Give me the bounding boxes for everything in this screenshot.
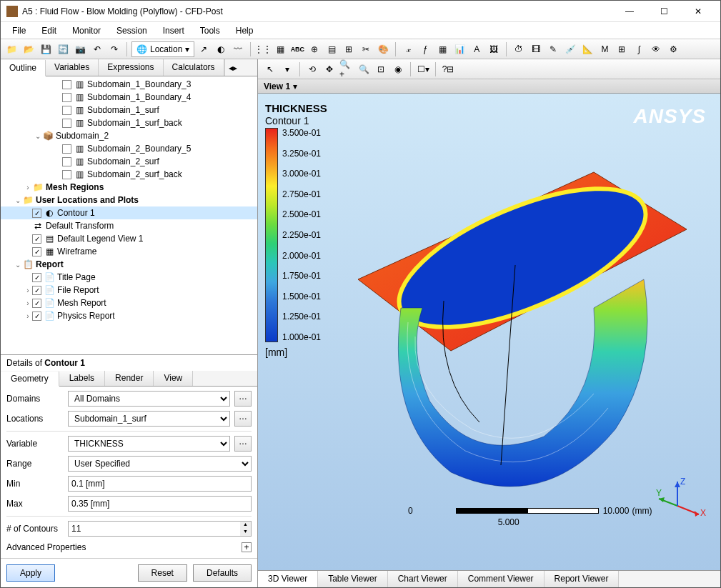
tree-item[interactable]: ▥Subdomain_2_surf xyxy=(1,155,257,168)
rotate-icon[interactable]: ⟲ xyxy=(304,61,320,77)
vtab-comment[interactable]: Comment Viewer xyxy=(458,571,545,587)
checkbox[interactable] xyxy=(62,170,71,179)
contours-input[interactable] xyxy=(68,521,240,537)
redo-icon[interactable]: ↷ xyxy=(106,41,122,57)
domains-select[interactable]: All Domains xyxy=(68,391,230,407)
checkbox[interactable] xyxy=(62,106,71,115)
colormap-icon[interactable]: 🎨 xyxy=(375,41,391,57)
minimize-button[interactable]: — xyxy=(613,1,646,22)
tree-item[interactable]: ⌄📦Subdomain_2 xyxy=(1,129,257,142)
zoom-in-icon[interactable]: 🔍+ xyxy=(339,61,354,77)
checkbox[interactable] xyxy=(62,157,71,166)
min-input[interactable] xyxy=(68,476,252,492)
tree-item[interactable]: ▤Default Legend View 1 xyxy=(1,232,257,245)
reload-icon[interactable]: 🔄 xyxy=(55,41,71,57)
max-input[interactable] xyxy=(68,496,252,512)
probe-icon[interactable]: 💉 xyxy=(562,41,578,57)
particle-icon[interactable]: ⋮⋮ xyxy=(255,41,271,57)
mesh-calc-icon[interactable]: ⊞ xyxy=(614,41,630,57)
menu-insert[interactable]: Insert xyxy=(156,24,192,37)
locations-browse-button[interactable]: … xyxy=(234,411,252,427)
checkbox[interactable] xyxy=(32,273,41,282)
vtab-3d[interactable]: 3D Viewer xyxy=(258,571,318,587)
checkbox[interactable] xyxy=(32,209,41,218)
vtab-chart[interactable]: Chart Viewer xyxy=(388,571,458,587)
tree-item[interactable]: ⌄📋Report xyxy=(1,258,257,271)
contour-tool-icon[interactable]: ◐ xyxy=(213,41,229,57)
menu-file[interactable]: File xyxy=(5,24,33,37)
clip-icon[interactable]: ✂ xyxy=(358,41,374,57)
vtab-table[interactable]: Table Viewer xyxy=(318,571,387,587)
tree-item[interactable]: ▥Subdomain_1_surf xyxy=(1,104,257,116)
highlight-icon[interactable]: ◉ xyxy=(390,61,406,77)
checkbox[interactable] xyxy=(32,286,41,295)
advanced-expand-button[interactable]: + xyxy=(242,542,252,552)
zoom-box-icon[interactable]: 🔍 xyxy=(356,61,372,77)
tab-outline[interactable]: Outline xyxy=(1,60,46,76)
fit-icon[interactable]: ⊡ xyxy=(373,61,389,77)
checkbox[interactable] xyxy=(62,144,71,154)
checkbox[interactable] xyxy=(32,234,41,244)
menu-monitor[interactable]: Monitor xyxy=(65,24,108,37)
contours-spin-down[interactable]: ▼ xyxy=(240,529,251,536)
tree-item[interactable]: ▥Subdomain_2_Boundary_5 xyxy=(1,142,257,155)
3d-viewport[interactable]: THICKNESS Contour 1 3.500e-013.250e-013.… xyxy=(258,94,720,570)
view-label-bar[interactable]: View 1 ▾ xyxy=(258,79,720,94)
checkbox[interactable] xyxy=(32,299,41,308)
tree-item[interactable]: ▥Subdomain_2_surf_back xyxy=(1,168,257,181)
coord-icon[interactable]: ⊕ xyxy=(307,41,322,57)
tab-variables[interactable]: Variables xyxy=(46,59,99,76)
projection-icon[interactable]: ☐▾ xyxy=(415,61,431,77)
apply-button[interactable]: Apply xyxy=(6,564,55,582)
checkbox[interactable] xyxy=(32,312,41,321)
menu-tools[interactable]: Tools xyxy=(193,24,227,37)
dtab-view[interactable]: View xyxy=(154,371,193,386)
range-select[interactable]: User Specified xyxy=(68,456,252,472)
maximize-button[interactable]: ☐ xyxy=(647,1,680,22)
location-combo[interactable]: 🌐 Location ▾ xyxy=(131,41,194,57)
dtab-labels[interactable]: Labels xyxy=(59,371,105,386)
locations-select[interactable]: Subdomain_1_surf xyxy=(68,411,230,427)
tree-item[interactable]: ›📄Mesh Report xyxy=(1,297,257,309)
comment-icon[interactable]: A xyxy=(469,41,484,57)
turbo-icon[interactable]: ⚙ xyxy=(665,41,681,57)
table-icon[interactable]: ▦ xyxy=(434,41,450,57)
tree-item[interactable]: 📄Title Page xyxy=(1,271,257,284)
text-icon[interactable]: ABC xyxy=(289,41,305,57)
function-calc-icon[interactable]: ∫ xyxy=(631,41,647,57)
select-mode-icon[interactable]: ▾ xyxy=(279,61,295,77)
tree-item[interactable]: ⇄Default Transform xyxy=(1,219,257,232)
tree-item[interactable]: ›📁Mesh Regions xyxy=(1,181,257,194)
help-icon[interactable]: ?⊟ xyxy=(440,61,456,77)
volume-icon[interactable]: ▦ xyxy=(272,41,288,57)
dtab-render[interactable]: Render xyxy=(105,371,154,386)
calculator-icon[interactable]: 📐 xyxy=(580,41,595,57)
defaults-button[interactable]: Defaults xyxy=(193,564,252,582)
snapshot-icon[interactable]: 📷 xyxy=(72,41,88,57)
keyframe-icon[interactable]: ✎ xyxy=(545,41,561,57)
domains-browse-button[interactable]: … xyxy=(234,391,252,407)
save-icon[interactable]: 💾 xyxy=(38,41,54,57)
select-icon[interactable]: ↖ xyxy=(262,61,278,77)
close-button[interactable]: ✕ xyxy=(682,1,715,22)
menu-session[interactable]: Session xyxy=(109,24,154,37)
pan-icon[interactable]: ✥ xyxy=(322,61,337,77)
animation-icon[interactable]: 🎞 xyxy=(528,41,544,57)
menu-help[interactable]: Help xyxy=(229,24,261,37)
tab-expressions[interactable]: Expressions xyxy=(99,59,163,76)
legend-icon[interactable]: ▤ xyxy=(324,41,339,57)
tree-item[interactable]: ◐Contour 1 xyxy=(1,206,257,219)
compare-icon[interactable]: 👁 xyxy=(648,41,664,57)
expression-icon[interactable]: ƒ xyxy=(417,41,433,57)
contours-spin-up[interactable]: ▲ xyxy=(240,522,251,529)
tree-item[interactable]: ▥Subdomain_1_surf_back xyxy=(1,116,257,129)
checkbox[interactable] xyxy=(62,119,71,128)
instance-icon[interactable]: ⊞ xyxy=(341,41,357,57)
reset-button[interactable]: Reset xyxy=(138,564,187,582)
variable-browse-button[interactable]: … xyxy=(234,436,252,452)
figure-icon[interactable]: 🖼 xyxy=(486,41,502,57)
open-icon[interactable]: 📁 xyxy=(4,41,19,57)
variable-select[interactable]: THICKNESS xyxy=(68,436,230,452)
macro-icon[interactable]: M xyxy=(597,41,612,57)
tree-item[interactable]: ▥Subdomain_1_Boundary_3 xyxy=(1,78,257,91)
